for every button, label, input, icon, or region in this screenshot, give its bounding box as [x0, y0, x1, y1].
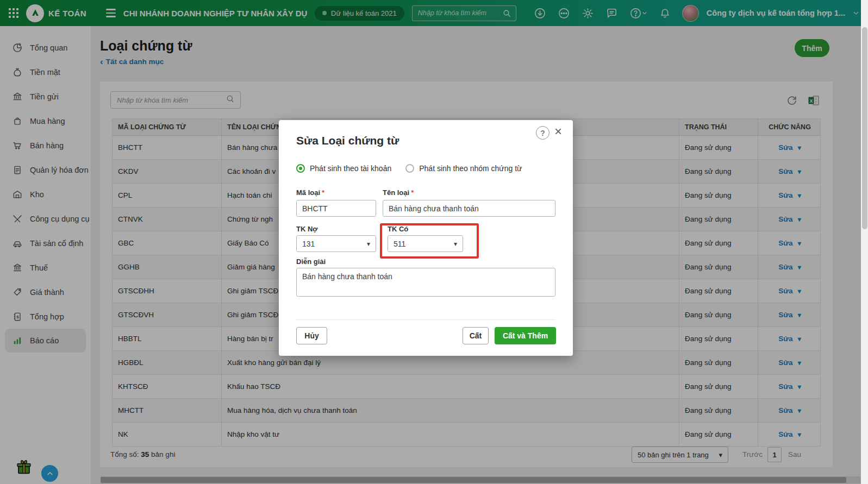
radio-selected-icon	[296, 164, 305, 173]
modal-help-icon[interactable]: ?	[536, 126, 549, 140]
name-field-label: Tên loại*	[383, 188, 414, 197]
debit-account-label: TK Nợ	[296, 225, 318, 233]
modal-title: Sửa Loại chứng từ	[296, 134, 399, 147]
caret-down-icon: ▾	[454, 240, 457, 248]
modal-radio-group: Phát sinh theo tài khoản Phát sinh theo …	[296, 164, 522, 173]
required-asterisk: *	[411, 188, 414, 197]
save-button[interactable]: Cất	[463, 327, 489, 344]
credit-account-select[interactable]: 511 ▾	[388, 235, 463, 252]
description-label: Diễn giải	[296, 257, 326, 266]
name-field[interactable]	[383, 200, 555, 217]
code-field[interactable]	[296, 200, 376, 217]
modal-divider	[296, 319, 555, 320]
code-field-label: Mã loại*	[296, 188, 324, 197]
vertical-scrollbar-thumb[interactable]	[862, 27, 867, 229]
radio-by-group[interactable]: Phát sinh theo nhóm chứng từ	[405, 164, 522, 173]
edit-doc-type-modal: Sửa Loại chứng từ ? × Phát sinh theo tài…	[279, 120, 573, 356]
vertical-scrollbar[interactable]	[861, 0, 868, 484]
radio-unselected-icon	[405, 164, 414, 173]
required-asterisk: *	[322, 188, 324, 197]
debit-account-select[interactable]: 131 ▾	[296, 235, 376, 252]
radio-by-account[interactable]: Phát sinh theo tài khoản	[296, 164, 391, 173]
save-and-add-button[interactable]: Cất và Thêm	[495, 327, 556, 344]
cancel-button[interactable]: Hủy	[296, 327, 327, 344]
app-window: KẾ TOÁN CHI NHÁNH DOANH NGHIỆP TƯ NHÂN X…	[0, 0, 868, 484]
caret-down-icon: ▾	[367, 240, 370, 248]
description-field[interactable]: Bán hàng chưa thanh toán	[296, 268, 555, 297]
credit-account-label: TK Có	[388, 225, 408, 233]
modal-close-icon[interactable]: ×	[554, 124, 562, 140]
